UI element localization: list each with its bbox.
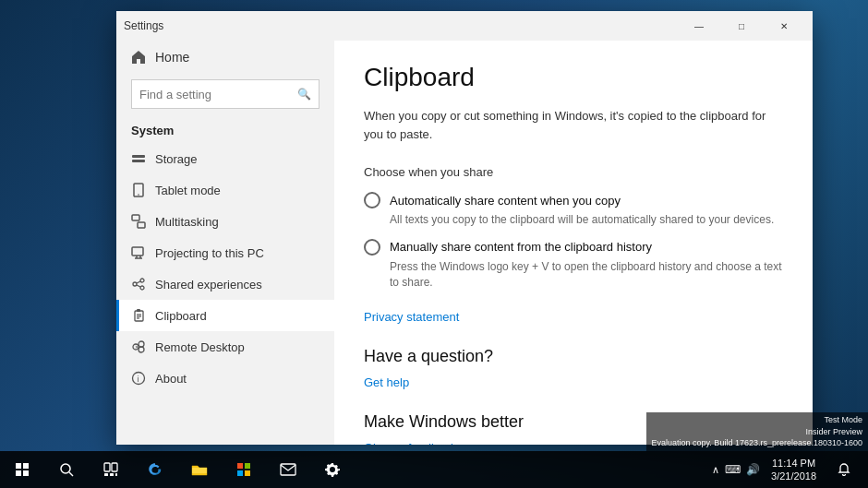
svg-rect-1 <box>132 160 145 162</box>
edge-button[interactable] <box>133 451 177 488</box>
sidebar-item-storage[interactable]: Storage <box>116 143 334 174</box>
svg-rect-40 <box>245 470 250 476</box>
sidebar-item-clipboard[interactable]: Clipboard <box>116 300 334 331</box>
svg-rect-41 <box>281 464 295 475</box>
sidebar-item-tablet-mode[interactable]: Tablet mode <box>116 174 334 206</box>
tray-volume[interactable]: 🔊 <box>746 463 760 476</box>
about-icon: i <box>131 371 146 386</box>
svg-rect-26 <box>16 463 21 469</box>
radio-group: Automatically share content when you cop… <box>364 192 783 290</box>
svg-rect-38 <box>245 463 250 469</box>
remote-icon: ✕ <box>131 339 146 354</box>
svg-rect-27 <box>23 463 29 469</box>
sidebar-projecting-label: Projecting to this PC <box>155 246 264 260</box>
sidebar-multitasking-label: Multitasking <box>155 215 219 229</box>
svg-rect-37 <box>237 463 243 469</box>
mail-button[interactable] <box>266 451 310 488</box>
privacy-link-container: Privacy statement <box>364 308 783 325</box>
choose-label: Choose when you share <box>364 165 783 179</box>
sidebar-storage-label: Storage <box>155 152 198 166</box>
maximize-button[interactable]: □ <box>720 11 763 41</box>
radio-manual-row[interactable]: Manually share content from the clipboar… <box>364 239 783 256</box>
svg-point-22 <box>139 347 144 352</box>
svg-rect-6 <box>132 247 143 256</box>
sidebar-remote-label: Remote Desktop <box>155 340 245 354</box>
radio-auto-label: Automatically share content when you cop… <box>390 194 621 208</box>
testmode-badge: Test Mode Insider Preview Evaluation cop… <box>646 412 869 451</box>
radio-option-manual: Manually share content from the clipboar… <box>364 239 783 291</box>
tray-chevron[interactable]: ∧ <box>712 464 719 476</box>
radio-manual-label: Manually share content from the clipboar… <box>390 240 652 254</box>
clock-date: 3/21/2018 <box>771 470 816 482</box>
radio-auto-row[interactable]: Automatically share content when you cop… <box>364 192 783 208</box>
svg-rect-32 <box>104 463 110 471</box>
svg-rect-39 <box>237 470 243 476</box>
settings-window: Settings — □ ✕ Home <box>116 11 813 445</box>
svg-rect-36 <box>115 473 117 476</box>
taskbar-right: ∧ ⌨ 🔊 11:14 PM 3/21/2018 <box>712 451 868 488</box>
minimize-button[interactable]: — <box>678 11 720 41</box>
clock[interactable]: 11:14 PM 3/21/2018 <box>764 457 824 483</box>
question-heading: Have a question? <box>364 347 783 366</box>
svg-rect-34 <box>104 473 108 476</box>
home-icon <box>131 50 146 65</box>
title-controls: — □ ✕ <box>678 11 805 41</box>
taskbar-left <box>0 451 355 488</box>
svg-line-31 <box>69 472 73 476</box>
sidebar-item-about[interactable]: i About <box>116 363 334 394</box>
testmode-line1: Test Mode <box>652 414 863 426</box>
radio-manual-circle[interactable] <box>364 239 380 256</box>
projecting-icon <box>131 245 146 260</box>
search-box[interactable]: 🔍 <box>131 79 319 109</box>
svg-rect-5 <box>138 222 145 228</box>
sidebar-about-label: About <box>155 372 187 386</box>
svg-rect-29 <box>23 470 29 476</box>
radio-manual-sublabel: Press the Windows logo key + V to open t… <box>390 259 783 291</box>
sidebar-item-shared-experiences[interactable]: Shared experiences <box>116 268 334 300</box>
tray-keyboard: ⌨ <box>725 463 741 476</box>
svg-point-21 <box>139 341 144 347</box>
page-description: When you copy or cut something in Window… <box>364 107 783 143</box>
radio-auto-sublabel: All texts you copy to the clipboard will… <box>390 212 783 228</box>
page-title: Clipboard <box>364 63 783 92</box>
testmode-line3: Evaluation copy. Build 17623.rs_prerelea… <box>652 437 863 449</box>
svg-rect-16 <box>137 309 140 312</box>
svg-point-10 <box>133 282 137 286</box>
sidebar-section-title: System <box>116 114 334 143</box>
feedback-link[interactable]: Give us feedback <box>364 441 456 445</box>
start-button[interactable] <box>0 451 44 488</box>
sidebar-tablet-label: Tablet mode <box>155 184 221 197</box>
testmode-line2: Insider Preview <box>652 426 863 438</box>
sidebar-item-remote-desktop[interactable]: ✕ Remote Desktop <box>116 331 334 363</box>
taskbar: ∧ ⌨ 🔊 11:14 PM 3/21/2018 <box>0 451 868 488</box>
settings-taskbar-button[interactable] <box>310 451 355 488</box>
svg-line-13 <box>137 281 140 283</box>
sidebar-item-home[interactable]: Home <box>116 41 334 74</box>
clipboard-icon <box>131 308 146 323</box>
svg-text:i: i <box>138 375 139 384</box>
search-input[interactable] <box>139 88 297 101</box>
svg-point-11 <box>140 279 144 282</box>
multitasking-icon <box>131 214 146 229</box>
svg-rect-28 <box>16 470 21 476</box>
notification-button[interactable] <box>827 451 861 488</box>
svg-line-14 <box>137 285 140 287</box>
privacy-link[interactable]: Privacy statement <box>364 310 459 324</box>
sidebar-item-multitasking[interactable]: Multitasking <box>116 206 334 237</box>
main-content: Clipboard When you copy or cut something… <box>334 41 813 445</box>
close-button[interactable]: ✕ <box>763 11 805 41</box>
storage-icon <box>131 151 146 166</box>
store-button[interactable] <box>222 451 266 488</box>
help-link[interactable]: Get help <box>364 375 409 389</box>
explorer-button[interactable] <box>177 451 222 488</box>
search-button[interactable] <box>44 451 89 488</box>
window-body: Home 🔍 System St <box>116 41 813 445</box>
sidebar-item-projecting[interactable]: Projecting to this PC <box>116 237 334 268</box>
svg-text:✕: ✕ <box>135 344 139 350</box>
radio-option-auto: Automatically share content when you cop… <box>364 192 783 228</box>
system-tray: ∧ ⌨ 🔊 <box>712 463 760 476</box>
radio-auto-circle[interactable] <box>364 192 380 208</box>
svg-rect-0 <box>132 155 145 158</box>
task-view-button[interactable] <box>89 451 133 488</box>
sidebar-clipboard-label: Clipboard <box>155 309 207 323</box>
